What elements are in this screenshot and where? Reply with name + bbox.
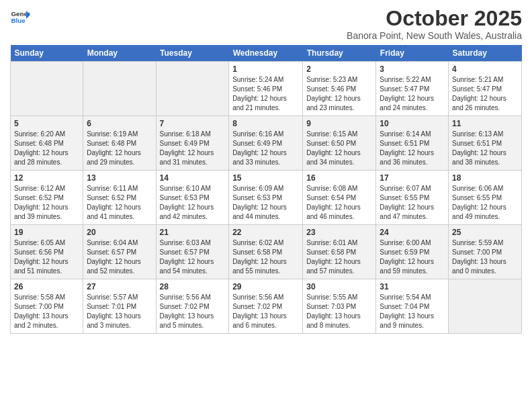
week-row-1: 1Sunrise: 5:24 AMSunset: 5:46 PMDaylight… [11, 62, 522, 116]
col-wednesday: Wednesday [229, 45, 303, 62]
day-number: 26 [14, 282, 79, 291]
cell-2-2: 6Sunrise: 6:19 AMSunset: 6:48 PMDaylight… [83, 116, 156, 171]
cell-5-5: 30Sunrise: 5:55 AMSunset: 7:03 PMDayligh… [303, 279, 376, 334]
col-thursday: Thursday [303, 45, 376, 62]
cell-1-5: 2Sunrise: 5:23 AMSunset: 5:46 PMDaylight… [303, 62, 376, 116]
day-number: 24 [380, 228, 445, 237]
day-number: 19 [14, 228, 79, 237]
cell-5-2: 27Sunrise: 5:57 AMSunset: 7:01 PMDayligh… [83, 279, 156, 334]
day-number: 16 [306, 173, 372, 183]
week-row-4: 19Sunrise: 6:05 AMSunset: 6:56 PMDayligh… [11, 225, 522, 279]
page: General Blue October 2025 Banora Point, … [0, 0, 532, 340]
cell-1-6: 3Sunrise: 5:22 AMSunset: 5:47 PMDaylight… [376, 62, 449, 116]
cell-info: Sunrise: 6:20 AMSunset: 6:48 PMDaylight:… [14, 130, 79, 167]
cell-1-2 [83, 62, 156, 116]
col-monday: Monday [83, 45, 156, 62]
cell-3-6: 17Sunrise: 6:07 AMSunset: 6:55 PMDayligh… [376, 171, 449, 225]
day-number: 11 [452, 119, 518, 128]
cell-info: Sunrise: 6:16 AMSunset: 6:49 PMDaylight:… [232, 130, 299, 167]
cell-4-1: 19Sunrise: 6:05 AMSunset: 6:56 PMDayligh… [11, 225, 83, 279]
day-number: 17 [380, 173, 445, 183]
cell-info: Sunrise: 6:05 AMSunset: 6:56 PMDaylight:… [14, 238, 79, 276]
cell-1-1 [11, 62, 83, 116]
cell-5-4: 29Sunrise: 5:56 AMSunset: 7:02 PMDayligh… [229, 279, 303, 334]
day-number: 13 [87, 173, 152, 183]
day-number: 28 [160, 282, 226, 291]
cell-3-2: 13Sunrise: 6:11 AMSunset: 6:52 PMDayligh… [83, 171, 156, 225]
cell-info: Sunrise: 5:54 AMSunset: 7:04 PMDaylight:… [380, 293, 445, 330]
cell-1-3 [156, 62, 229, 116]
cell-info: Sunrise: 5:22 AMSunset: 5:47 PMDaylight:… [380, 75, 445, 113]
cell-1-4: 1Sunrise: 5:24 AMSunset: 5:46 PMDaylight… [229, 62, 303, 116]
cell-info: Sunrise: 5:59 AMSunset: 7:00 PMDaylight:… [452, 238, 518, 276]
cell-5-3: 28Sunrise: 5:56 AMSunset: 7:02 PMDayligh… [156, 279, 229, 334]
cell-4-5: 23Sunrise: 6:01 AMSunset: 6:58 PMDayligh… [303, 225, 376, 279]
calendar-table: Sunday Monday Tuesday Wednesday Thursday… [10, 45, 522, 334]
header-row: Sunday Monday Tuesday Wednesday Thursday… [11, 45, 522, 62]
day-number: 6 [87, 119, 152, 128]
cell-info: Sunrise: 6:01 AMSunset: 6:58 PMDaylight:… [306, 238, 372, 276]
svg-text:Blue: Blue [11, 17, 26, 24]
cell-info: Sunrise: 5:56 AMSunset: 7:02 PMDaylight:… [232, 293, 299, 330]
cell-2-4: 8Sunrise: 6:16 AMSunset: 6:49 PMDaylight… [229, 116, 303, 171]
day-number: 14 [160, 173, 226, 183]
cell-2-1: 5Sunrise: 6:20 AMSunset: 6:48 PMDaylight… [11, 116, 83, 171]
cell-2-6: 10Sunrise: 6:14 AMSunset: 6:51 PMDayligh… [376, 116, 449, 171]
col-tuesday: Tuesday [156, 45, 229, 62]
cell-info: Sunrise: 5:21 AMSunset: 5:47 PMDaylight:… [452, 75, 518, 113]
cell-1-7: 4Sunrise: 5:21 AMSunset: 5:47 PMDaylight… [449, 62, 522, 116]
cell-3-1: 12Sunrise: 6:12 AMSunset: 6:52 PMDayligh… [11, 171, 83, 225]
day-number: 2 [306, 64, 372, 74]
header: General Blue October 2025 Banora Point, … [10, 7, 522, 41]
title-block: October 2025 Banora Point, New South Wal… [347, 7, 522, 41]
day-number: 29 [232, 282, 299, 291]
day-number: 25 [452, 228, 518, 237]
day-number: 15 [232, 173, 299, 183]
cell-3-4: 15Sunrise: 6:09 AMSunset: 6:53 PMDayligh… [229, 171, 303, 225]
logo-icon: General Blue [10, 7, 30, 27]
day-number: 1 [232, 64, 299, 74]
week-row-3: 12Sunrise: 6:12 AMSunset: 6:52 PMDayligh… [11, 171, 522, 225]
day-number: 23 [306, 228, 372, 237]
day-number: 31 [380, 282, 445, 291]
cell-info: Sunrise: 6:13 AMSunset: 6:51 PMDaylight:… [452, 130, 518, 167]
cell-info: Sunrise: 6:19 AMSunset: 6:48 PMDaylight:… [87, 130, 152, 167]
day-number: 5 [14, 119, 79, 128]
cell-info: Sunrise: 6:15 AMSunset: 6:50 PMDaylight:… [306, 130, 372, 167]
cell-info: Sunrise: 6:02 AMSunset: 6:58 PMDaylight:… [232, 238, 299, 276]
cell-info: Sunrise: 6:07 AMSunset: 6:55 PMDaylight:… [380, 184, 445, 222]
cell-2-3: 7Sunrise: 6:18 AMSunset: 6:49 PMDaylight… [156, 116, 229, 171]
cell-info: Sunrise: 5:56 AMSunset: 7:02 PMDaylight:… [160, 293, 226, 330]
col-sunday: Sunday [11, 45, 83, 62]
cell-info: Sunrise: 6:03 AMSunset: 6:57 PMDaylight:… [160, 238, 226, 276]
cell-info: Sunrise: 6:12 AMSunset: 6:52 PMDaylight:… [14, 184, 79, 222]
day-number: 4 [452, 64, 518, 74]
col-saturday: Saturday [449, 45, 522, 62]
cell-info: Sunrise: 6:14 AMSunset: 6:51 PMDaylight:… [380, 130, 445, 167]
cell-5-1: 26Sunrise: 5:58 AMSunset: 7:00 PMDayligh… [11, 279, 83, 334]
day-number: 9 [306, 119, 372, 128]
cell-info: Sunrise: 6:10 AMSunset: 6:53 PMDaylight:… [160, 184, 226, 222]
cell-info: Sunrise: 6:00 AMSunset: 6:59 PMDaylight:… [380, 238, 445, 276]
cell-4-4: 22Sunrise: 6:02 AMSunset: 6:58 PMDayligh… [229, 225, 303, 279]
cell-info: Sunrise: 6:06 AMSunset: 6:55 PMDaylight:… [452, 184, 518, 222]
col-friday: Friday [376, 45, 449, 62]
cell-4-2: 20Sunrise: 6:04 AMSunset: 6:57 PMDayligh… [83, 225, 156, 279]
week-row-2: 5Sunrise: 6:20 AMSunset: 6:48 PMDaylight… [11, 116, 522, 171]
cell-info: Sunrise: 6:11 AMSunset: 6:52 PMDaylight:… [87, 184, 152, 222]
day-number: 27 [87, 282, 152, 291]
cell-info: Sunrise: 5:57 AMSunset: 7:01 PMDaylight:… [87, 293, 152, 330]
day-number: 20 [87, 228, 152, 237]
cell-info: Sunrise: 6:04 AMSunset: 6:57 PMDaylight:… [87, 238, 152, 276]
cell-4-3: 21Sunrise: 6:03 AMSunset: 6:57 PMDayligh… [156, 225, 229, 279]
week-row-5: 26Sunrise: 5:58 AMSunset: 7:00 PMDayligh… [11, 279, 522, 334]
cell-info: Sunrise: 5:55 AMSunset: 7:03 PMDaylight:… [306, 293, 372, 330]
location: Banora Point, New South Wales, Australia [347, 30, 522, 41]
day-number: 12 [14, 173, 79, 183]
cell-5-6: 31Sunrise: 5:54 AMSunset: 7:04 PMDayligh… [376, 279, 449, 334]
cell-info: Sunrise: 6:18 AMSunset: 6:49 PMDaylight:… [160, 130, 226, 167]
cell-3-5: 16Sunrise: 6:08 AMSunset: 6:54 PMDayligh… [303, 171, 376, 225]
cell-info: Sunrise: 5:24 AMSunset: 5:46 PMDaylight:… [232, 75, 299, 113]
day-number: 18 [452, 173, 518, 183]
cell-3-7: 18Sunrise: 6:06 AMSunset: 6:55 PMDayligh… [449, 171, 522, 225]
